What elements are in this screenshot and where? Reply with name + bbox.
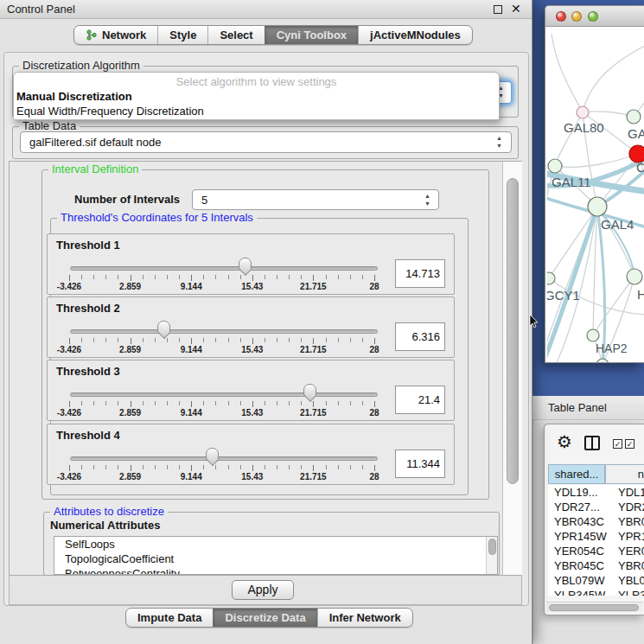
minimize-traffic-light[interactable] <box>571 11 582 22</box>
network-window-titlebar[interactable] <box>545 6 644 27</box>
tab-cyni-toolbox[interactable]: Cyni Toolbox <box>265 26 358 44</box>
horizontal-scrollbar[interactable] <box>546 602 643 612</box>
zoom-traffic-light[interactable] <box>588 11 598 22</box>
slider-thumb[interactable] <box>157 321 170 333</box>
table-row[interactable]: YPR145WYPR1 <box>548 529 644 544</box>
table-panel-titlebar[interactable]: Table Panel <box>532 396 644 420</box>
node-GA[interactable] <box>627 110 641 124</box>
slider-track[interactable] <box>70 329 378 334</box>
node-GCY1[interactable] <box>547 272 555 284</box>
group-title: Attributes to discretize <box>50 506 168 518</box>
list-vertical-scrollbar[interactable] <box>486 537 497 574</box>
node-GAL80[interactable] <box>577 106 589 118</box>
network-edge[interactable] <box>552 35 583 112</box>
scrollbar-thumb[interactable] <box>549 604 639 611</box>
tick-mark <box>326 401 327 405</box>
table-rows: YDL19...YDL1YDR27...YDR2YBR043CYBR0YPR14… <box>548 485 644 596</box>
slider-thumb[interactable] <box>239 258 252 270</box>
tab-impute-data[interactable]: Impute Data <box>126 609 213 627</box>
checkbox-icon[interactable]: ✓ <box>613 439 622 449</box>
number-of-intervals-combobox[interactable]: 5 ▲▼ <box>192 189 439 210</box>
checkbox-icon[interactable]: ✓ <box>625 439 634 449</box>
cell-shared-name: YER054C <box>554 545 604 558</box>
numerical-attributes-list[interactable]: SelfLoopsTopologicalCoefficientBetweenne… <box>54 536 498 575</box>
table-row[interactable]: YBL079WYBL0 <box>548 573 644 588</box>
slider-track[interactable] <box>70 392 378 397</box>
node-bottom[interactable] <box>596 359 609 362</box>
tick-mark <box>93 401 94 405</box>
tick-mark <box>215 338 216 342</box>
threshold-label: Threshold 2 <box>56 302 120 315</box>
slider-track[interactable] <box>70 266 378 271</box>
gear-icon[interactable]: ⚙ <box>557 432 572 451</box>
table-row[interactable]: YDL19...YDL1 <box>548 485 644 500</box>
node-H[interactable] <box>627 269 642 284</box>
threshold-value-field[interactable] <box>395 259 445 288</box>
tick-mark <box>118 401 118 405</box>
network-edge[interactable] <box>583 112 634 117</box>
group-title: Table Data <box>19 120 80 132</box>
table-row[interactable]: YBR043CYBR0 <box>548 514 644 529</box>
network-edge[interactable] <box>593 277 634 335</box>
tick-mark <box>240 465 241 469</box>
network-edge[interactable] <box>549 207 597 278</box>
close-icon[interactable]: ✕ <box>511 2 521 16</box>
network-edge[interactable] <box>583 45 644 112</box>
tick-label: 2.859 <box>119 408 141 418</box>
tick-mark <box>191 275 192 281</box>
tick-mark <box>167 338 168 342</box>
tab-select[interactable]: Select <box>207 26 264 44</box>
table-row[interactable]: YER054CYER0 <box>548 544 644 558</box>
tick-mark <box>228 401 229 405</box>
control-panel-titlebar[interactable]: Control Panel ✕ <box>0 0 532 19</box>
node-HAP2[interactable] <box>587 329 599 341</box>
threshold-label: Threshold 4 <box>56 429 120 442</box>
table-row[interactable]: YDR27...YDR2 <box>548 500 644 514</box>
apply-button[interactable]: Apply <box>232 580 294 600</box>
network-canvas[interactable]: GAL80GACGAL11GAL4GCY1HHAP2 <box>547 28 644 362</box>
threshold-value-field[interactable] <box>395 386 445 414</box>
tab-network[interactable]: Network <box>74 26 157 44</box>
table-row[interactable]: YLR345WYLR3 <box>548 588 644 596</box>
column-header-shared[interactable]: shared... <box>548 464 605 484</box>
tab-discretize-data[interactable]: Discretize Data <box>213 609 316 627</box>
close-traffic-light[interactable] <box>556 11 566 22</box>
column-header-na[interactable]: na <box>605 464 644 484</box>
tick-label: 28 <box>369 408 379 418</box>
tick-mark <box>105 275 106 279</box>
tick-mark <box>289 275 290 279</box>
tick-label: 21.715 <box>300 472 327 481</box>
scrollbar-thumb[interactable] <box>507 178 519 484</box>
slider-track[interactable] <box>70 456 378 461</box>
slider-thumb[interactable] <box>303 384 316 396</box>
node-label-GAL4: GAL4 <box>601 217 634 232</box>
tab-infer-network[interactable]: Infer Network <box>317 609 412 627</box>
dropdown-option[interactable]: Equal Width/Frequency Discretization <box>16 105 498 119</box>
list-item[interactable]: SelfLoops <box>54 537 497 552</box>
slider-thumb[interactable] <box>206 448 219 460</box>
node-GAL4[interactable] <box>588 197 607 216</box>
tick-mark <box>131 275 131 281</box>
tick-mark <box>228 275 229 279</box>
split-columns-icon[interactable] <box>584 436 600 450</box>
float-window-icon[interactable] <box>494 5 502 14</box>
list-item[interactable]: BetweennessCentrality <box>54 566 497 575</box>
table-data-combobox[interactable]: galFiltered.sif default node ▲▼ <box>20 131 512 153</box>
dropdown-option[interactable]: Manual Discretization <box>16 90 498 105</box>
node-GAL11[interactable] <box>548 159 562 173</box>
scrollbar-thumb[interactable] <box>488 539 496 555</box>
table-row[interactable]: YBR045CYBR0 <box>548 558 644 573</box>
dropdown-prompt: Select algorithm to view settings <box>14 75 499 88</box>
tab-jactivemnodules[interactable]: jActiveMNodules <box>358 26 472 44</box>
tab-style[interactable]: Style <box>157 26 207 44</box>
cell-name: YDR2 <box>618 501 644 513</box>
threshold-value-field[interactable] <box>395 450 445 478</box>
threshold-value-field[interactable] <box>395 322 445 351</box>
tab-label: jActiveMNodules <box>370 29 461 41</box>
list-item[interactable]: TopologicalCoefficient <box>54 552 497 566</box>
cell-shared-name: YBL079W <box>554 574 605 587</box>
tick-mark <box>252 275 253 281</box>
network-edge[interactable] <box>555 154 638 167</box>
vertical-scrollbar[interactable] <box>502 162 522 575</box>
control-panel-window: Control Panel ✕ NetworkStyleSelectCyni T… <box>0 0 532 644</box>
